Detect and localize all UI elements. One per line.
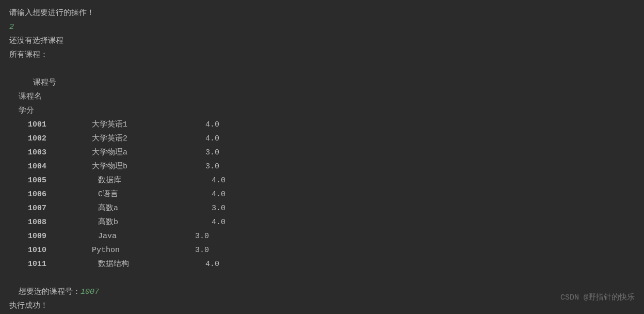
- course-list: 1001大学英语14.01002大学英语24.01003大学物理a3.01004…: [9, 118, 635, 271]
- course-id: 1008: [9, 215, 92, 229]
- course-credit: 4.0: [195, 174, 226, 187]
- table-row: 1011数据结构4.0: [9, 257, 635, 271]
- course-id: 1007: [9, 201, 92, 215]
- course-credit: 3.0: [195, 160, 219, 174]
- course-name: 大学英语2: [92, 132, 195, 146]
- header-course-id: 课程号: [19, 76, 101, 90]
- course-name: C语言: [92, 187, 195, 201]
- course-id: 1005: [9, 174, 92, 187]
- select-input[interactable]: 1007: [81, 288, 99, 296]
- course-name: Java: [92, 229, 195, 243]
- prompt-operation: 请输入想要进行的操作！: [9, 6, 635, 20]
- course-name: 数据结构: [92, 257, 195, 271]
- table-row: 1010Python3.0: [9, 243, 635, 257]
- course-name: 数据库: [92, 174, 195, 187]
- select-prompt-line: 想要选的课程号：1007: [9, 271, 635, 299]
- table-row: 1009Java3.0: [9, 229, 635, 243]
- operation-input[interactable]: 2: [9, 20, 635, 34]
- table-row: 1003大学物理a3.0: [9, 146, 635, 160]
- course-credit: 3.0: [195, 201, 226, 215]
- select-prompt: 想要选的课程号：: [19, 288, 81, 296]
- course-credit: 4.0: [195, 187, 226, 201]
- course-credit: 4.0: [195, 257, 219, 271]
- course-credit: 4.0: [195, 132, 219, 146]
- course-id: 1010: [9, 243, 92, 257]
- table-row: 1002大学英语24.0: [9, 132, 635, 146]
- no-selection-msg: 还没有选择课程: [9, 34, 635, 48]
- course-name: Python: [92, 243, 195, 257]
- course-name: 高数a: [92, 201, 195, 215]
- course-id: 1003: [9, 146, 92, 160]
- course-id: 1006: [9, 187, 92, 201]
- header-course-name: 课程名: [19, 90, 122, 104]
- course-id: 1002: [9, 132, 92, 146]
- success-msg: 执行成功！: [9, 299, 635, 313]
- course-id: 1011: [9, 257, 92, 271]
- all-courses-label: 所有课程：: [9, 48, 635, 62]
- header-credit: 学分: [19, 104, 34, 118]
- course-credit: 4.0: [195, 215, 226, 229]
- table-row: 1005数据库4.0: [9, 174, 635, 187]
- course-name: 大学英语1: [92, 118, 195, 132]
- course-id: 1009: [9, 229, 92, 243]
- course-name: 大学物理a: [92, 146, 195, 160]
- table-row: 1008高数b4.0: [9, 215, 635, 229]
- table-header: 课程号 课程名 学分: [9, 62, 635, 118]
- table-row: 1007高数a3.0: [9, 201, 635, 215]
- course-credit: 3.0: [195, 229, 209, 243]
- course-id: 1001: [9, 118, 92, 132]
- watermark: CSDN @野指针的快乐: [560, 291, 635, 305]
- course-name: 大学物理b: [92, 160, 195, 174]
- course-name: 高数b: [92, 215, 195, 229]
- course-credit: 3.0: [195, 243, 209, 257]
- course-id: 1004: [9, 160, 92, 174]
- table-row: 1001大学英语14.0: [9, 118, 635, 132]
- table-row: 1006C语言4.0: [9, 187, 635, 201]
- course-credit: 3.0: [195, 146, 219, 160]
- course-credit: 4.0: [195, 118, 219, 132]
- table-row: 1004大学物理b3.0: [9, 160, 635, 174]
